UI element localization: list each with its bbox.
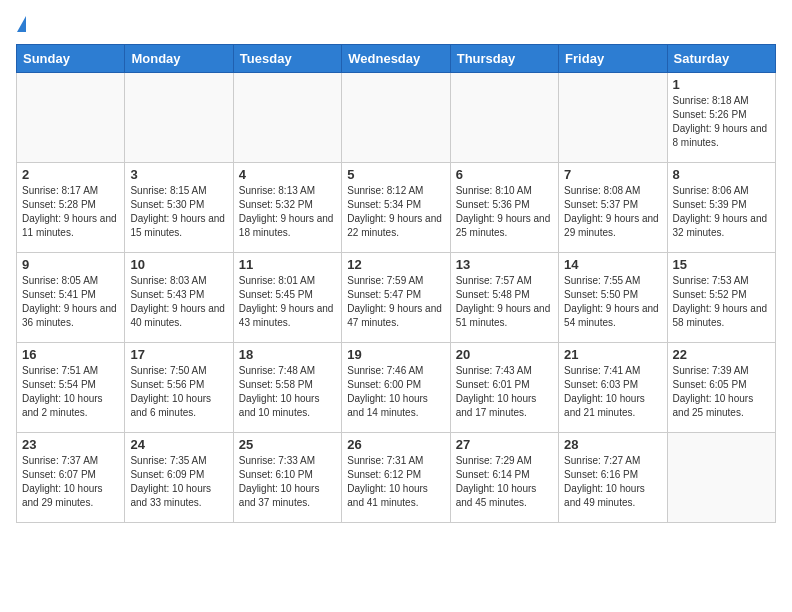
day-info: Sunrise: 8:10 AM Sunset: 5:36 PM Dayligh… — [456, 184, 553, 240]
day-number: 4 — [239, 167, 336, 182]
day-info: Sunrise: 7:41 AM Sunset: 6:03 PM Dayligh… — [564, 364, 661, 420]
day-number: 12 — [347, 257, 444, 272]
day-info: Sunrise: 8:13 AM Sunset: 5:32 PM Dayligh… — [239, 184, 336, 240]
day-number: 10 — [130, 257, 227, 272]
day-cell: 17Sunrise: 7:50 AM Sunset: 5:56 PM Dayli… — [125, 343, 233, 433]
day-cell: 21Sunrise: 7:41 AM Sunset: 6:03 PM Dayli… — [559, 343, 667, 433]
day-info: Sunrise: 7:50 AM Sunset: 5:56 PM Dayligh… — [130, 364, 227, 420]
day-info: Sunrise: 8:03 AM Sunset: 5:43 PM Dayligh… — [130, 274, 227, 330]
day-info: Sunrise: 7:59 AM Sunset: 5:47 PM Dayligh… — [347, 274, 444, 330]
day-cell — [17, 73, 125, 163]
day-number: 5 — [347, 167, 444, 182]
day-info: Sunrise: 7:33 AM Sunset: 6:10 PM Dayligh… — [239, 454, 336, 510]
day-cell: 19Sunrise: 7:46 AM Sunset: 6:00 PM Dayli… — [342, 343, 450, 433]
day-number: 18 — [239, 347, 336, 362]
day-info: Sunrise: 8:17 AM Sunset: 5:28 PM Dayligh… — [22, 184, 119, 240]
day-info: Sunrise: 7:31 AM Sunset: 6:12 PM Dayligh… — [347, 454, 444, 510]
calendar-table: SundayMondayTuesdayWednesdayThursdayFrid… — [16, 44, 776, 523]
day-cell: 23Sunrise: 7:37 AM Sunset: 6:07 PM Dayli… — [17, 433, 125, 523]
day-cell: 16Sunrise: 7:51 AM Sunset: 5:54 PM Dayli… — [17, 343, 125, 433]
day-number: 7 — [564, 167, 661, 182]
day-info: Sunrise: 7:57 AM Sunset: 5:48 PM Dayligh… — [456, 274, 553, 330]
weekday-header-thursday: Thursday — [450, 45, 558, 73]
day-number: 20 — [456, 347, 553, 362]
day-number: 3 — [130, 167, 227, 182]
day-info: Sunrise: 8:12 AM Sunset: 5:34 PM Dayligh… — [347, 184, 444, 240]
weekday-header-tuesday: Tuesday — [233, 45, 341, 73]
weekday-header-saturday: Saturday — [667, 45, 775, 73]
logo — [16, 16, 26, 32]
week-row-4: 16Sunrise: 7:51 AM Sunset: 5:54 PM Dayli… — [17, 343, 776, 433]
day-cell — [342, 73, 450, 163]
day-cell: 27Sunrise: 7:29 AM Sunset: 6:14 PM Dayli… — [450, 433, 558, 523]
day-cell: 5Sunrise: 8:12 AM Sunset: 5:34 PM Daylig… — [342, 163, 450, 253]
page-header — [16, 16, 776, 32]
day-cell — [667, 433, 775, 523]
day-cell: 25Sunrise: 7:33 AM Sunset: 6:10 PM Dayli… — [233, 433, 341, 523]
day-info: Sunrise: 7:35 AM Sunset: 6:09 PM Dayligh… — [130, 454, 227, 510]
day-info: Sunrise: 7:53 AM Sunset: 5:52 PM Dayligh… — [673, 274, 770, 330]
day-cell: 18Sunrise: 7:48 AM Sunset: 5:58 PM Dayli… — [233, 343, 341, 433]
day-info: Sunrise: 8:18 AM Sunset: 5:26 PM Dayligh… — [673, 94, 770, 150]
day-info: Sunrise: 7:43 AM Sunset: 6:01 PM Dayligh… — [456, 364, 553, 420]
day-cell — [233, 73, 341, 163]
day-cell: 4Sunrise: 8:13 AM Sunset: 5:32 PM Daylig… — [233, 163, 341, 253]
weekday-header-row: SundayMondayTuesdayWednesdayThursdayFrid… — [17, 45, 776, 73]
day-number: 22 — [673, 347, 770, 362]
day-cell: 10Sunrise: 8:03 AM Sunset: 5:43 PM Dayli… — [125, 253, 233, 343]
day-info: Sunrise: 7:27 AM Sunset: 6:16 PM Dayligh… — [564, 454, 661, 510]
day-cell — [559, 73, 667, 163]
day-number: 27 — [456, 437, 553, 452]
day-cell: 6Sunrise: 8:10 AM Sunset: 5:36 PM Daylig… — [450, 163, 558, 253]
day-info: Sunrise: 7:51 AM Sunset: 5:54 PM Dayligh… — [22, 364, 119, 420]
day-cell: 24Sunrise: 7:35 AM Sunset: 6:09 PM Dayli… — [125, 433, 233, 523]
day-cell: 12Sunrise: 7:59 AM Sunset: 5:47 PM Dayli… — [342, 253, 450, 343]
day-cell: 9Sunrise: 8:05 AM Sunset: 5:41 PM Daylig… — [17, 253, 125, 343]
week-row-2: 2Sunrise: 8:17 AM Sunset: 5:28 PM Daylig… — [17, 163, 776, 253]
day-cell: 8Sunrise: 8:06 AM Sunset: 5:39 PM Daylig… — [667, 163, 775, 253]
weekday-header-sunday: Sunday — [17, 45, 125, 73]
weekday-header-friday: Friday — [559, 45, 667, 73]
day-cell — [450, 73, 558, 163]
day-cell: 13Sunrise: 7:57 AM Sunset: 5:48 PM Dayli… — [450, 253, 558, 343]
day-number: 16 — [22, 347, 119, 362]
day-cell: 2Sunrise: 8:17 AM Sunset: 5:28 PM Daylig… — [17, 163, 125, 253]
day-info: Sunrise: 7:55 AM Sunset: 5:50 PM Dayligh… — [564, 274, 661, 330]
day-cell: 22Sunrise: 7:39 AM Sunset: 6:05 PM Dayli… — [667, 343, 775, 433]
day-info: Sunrise: 8:15 AM Sunset: 5:30 PM Dayligh… — [130, 184, 227, 240]
day-cell — [125, 73, 233, 163]
weekday-header-wednesday: Wednesday — [342, 45, 450, 73]
week-row-3: 9Sunrise: 8:05 AM Sunset: 5:41 PM Daylig… — [17, 253, 776, 343]
day-info: Sunrise: 7:48 AM Sunset: 5:58 PM Dayligh… — [239, 364, 336, 420]
day-number: 11 — [239, 257, 336, 272]
week-row-1: 1Sunrise: 8:18 AM Sunset: 5:26 PM Daylig… — [17, 73, 776, 163]
day-info: Sunrise: 7:29 AM Sunset: 6:14 PM Dayligh… — [456, 454, 553, 510]
day-number: 24 — [130, 437, 227, 452]
weekday-header-monday: Monday — [125, 45, 233, 73]
day-info: Sunrise: 8:08 AM Sunset: 5:37 PM Dayligh… — [564, 184, 661, 240]
logo-triangle-icon — [17, 16, 26, 32]
day-number: 15 — [673, 257, 770, 272]
day-number: 19 — [347, 347, 444, 362]
day-cell: 1Sunrise: 8:18 AM Sunset: 5:26 PM Daylig… — [667, 73, 775, 163]
day-cell: 11Sunrise: 8:01 AM Sunset: 5:45 PM Dayli… — [233, 253, 341, 343]
day-number: 17 — [130, 347, 227, 362]
day-number: 28 — [564, 437, 661, 452]
day-info: Sunrise: 8:01 AM Sunset: 5:45 PM Dayligh… — [239, 274, 336, 330]
day-info: Sunrise: 8:05 AM Sunset: 5:41 PM Dayligh… — [22, 274, 119, 330]
day-cell: 15Sunrise: 7:53 AM Sunset: 5:52 PM Dayli… — [667, 253, 775, 343]
day-cell: 14Sunrise: 7:55 AM Sunset: 5:50 PM Dayli… — [559, 253, 667, 343]
day-number: 14 — [564, 257, 661, 272]
day-number: 6 — [456, 167, 553, 182]
day-number: 9 — [22, 257, 119, 272]
day-cell: 28Sunrise: 7:27 AM Sunset: 6:16 PM Dayli… — [559, 433, 667, 523]
day-number: 21 — [564, 347, 661, 362]
day-info: Sunrise: 7:46 AM Sunset: 6:00 PM Dayligh… — [347, 364, 444, 420]
day-cell: 7Sunrise: 8:08 AM Sunset: 5:37 PM Daylig… — [559, 163, 667, 253]
day-cell: 3Sunrise: 8:15 AM Sunset: 5:30 PM Daylig… — [125, 163, 233, 253]
day-cell: 26Sunrise: 7:31 AM Sunset: 6:12 PM Dayli… — [342, 433, 450, 523]
day-info: Sunrise: 7:39 AM Sunset: 6:05 PM Dayligh… — [673, 364, 770, 420]
day-number: 1 — [673, 77, 770, 92]
day-number: 25 — [239, 437, 336, 452]
day-info: Sunrise: 7:37 AM Sunset: 6:07 PM Dayligh… — [22, 454, 119, 510]
